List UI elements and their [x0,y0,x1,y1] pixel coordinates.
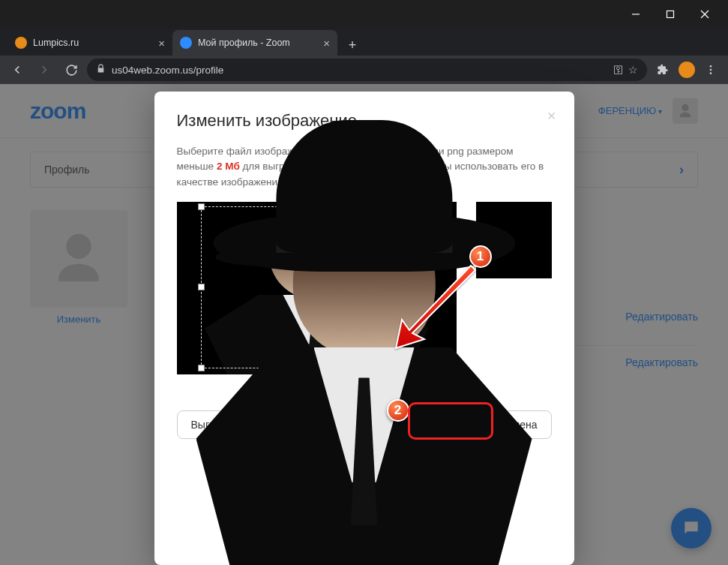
svg-point-4 [710,65,712,68]
svg-point-5 [710,69,712,71]
window-close-button[interactable] [688,3,722,26]
tab-lumpics[interactable]: Lumpics.ru × [7,30,172,56]
crop-preview [476,202,551,278]
tab-title: Мой профиль - Zoom [198,38,290,48]
svg-rect-1 [667,11,674,18]
favicon-zoom-icon [180,37,192,49]
change-image-modal: × Изменить изображение Выберите файл изо… [154,92,574,565]
profile-avatar-icon[interactable] [679,62,695,78]
star-icon[interactable]: ☆ [628,64,638,76]
tab-zoom-profile[interactable]: Мой профиль - Zoom × [172,30,337,56]
tab-title: Lumpics.ru [33,38,79,48]
address-bar[interactable]: us04web.zoom.us/profile ⚿ ☆ [87,59,647,81]
reload-button[interactable] [60,59,82,81]
modal-overlay: × Изменить изображение Выберите файл изо… [0,84,728,565]
key-icon[interactable]: ⚿ [613,65,624,76]
forward-button[interactable] [33,59,55,81]
extensions-button[interactable] [652,59,674,81]
new-tab-button[interactable]: + [342,35,363,56]
menu-button[interactable] [700,59,722,81]
window-maximize-button[interactable] [653,3,688,26]
back-button[interactable] [6,59,28,81]
window-minimize-button[interactable] [619,3,653,26]
favicon-lumpics-icon [15,37,27,49]
url-text: us04web.zoom.us/profile [112,65,223,76]
lock-icon [96,64,106,76]
tab-close-icon[interactable]: × [158,38,165,49]
tab-close-icon[interactable]: × [323,38,330,49]
svg-point-6 [710,72,712,74]
